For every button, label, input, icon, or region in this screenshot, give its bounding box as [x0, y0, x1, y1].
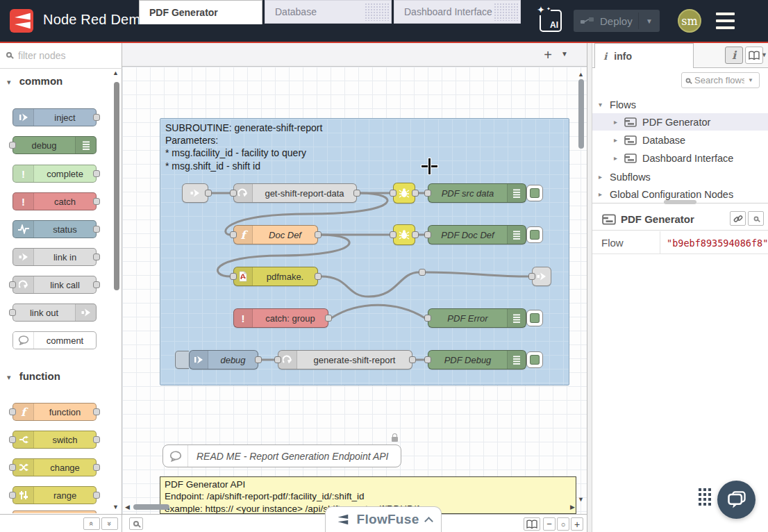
canvas-vscrollbar[interactable] [578, 79, 584, 149]
sidebar-splitter[interactable] [587, 43, 592, 532]
tree-subflows[interactable]: ▸ Subflows [592, 168, 768, 185]
canvas-scroll-right-icon[interactable]: ▶ [570, 504, 575, 510]
link-icon [81, 308, 91, 317]
expand-all-button[interactable]: » [101, 517, 118, 530]
filter-nodes-input[interactable] [18, 48, 115, 63]
search-icon [6, 52, 12, 58]
tab-dashboard-interface[interactable]: Dashboard Interface [394, 0, 521, 24]
tab-pdf-generator[interactable]: PDF Generator [139, 0, 262, 24]
palette-scroll-up-icon[interactable]: ▲ [112, 69, 119, 76]
debug-toggle-button[interactable] [526, 310, 543, 326]
node-pdf-debug[interactable]: PDF Debug [428, 350, 526, 369]
node-debug-trap-1[interactable] [393, 183, 415, 203]
search-flows-button[interactable] [129, 517, 143, 530]
debug-toggle-button[interactable] [526, 226, 543, 243]
chevron-right-icon: ▸ [599, 173, 602, 181]
tree-item-dashboard-interface[interactable]: ▸ Dashboard Interface [592, 149, 768, 167]
palette-node-comment[interactable]: comment [12, 331, 97, 349]
tree-flows[interactable]: ▾ Flows [592, 96, 768, 113]
palette-footer: « » [0, 514, 122, 532]
search-flows-input[interactable] [694, 75, 744, 85]
node-get-shift-report-data[interactable]: get-shift-report-data [233, 183, 357, 203]
palette-node-range[interactable]: range [12, 486, 97, 504]
palette-scrollbar[interactable] [114, 82, 119, 290]
deploy-caret-icon[interactable]: ▼ [646, 17, 653, 25]
node-pdf-src-data[interactable]: PDF src data [428, 183, 526, 203]
palette-node-clipped[interactable] [12, 510, 97, 513]
book-icon [749, 51, 760, 60]
sidebar-menu-caret-icon[interactable]: ▼ [761, 51, 767, 58]
link-icon [19, 252, 28, 262]
deploy-button[interactable]: Deploy ▼ [574, 10, 660, 32]
drag-dots-icon[interactable] [699, 488, 714, 515]
flowfuse-panel-button[interactable]: FlowFuse [325, 506, 442, 532]
flow-canvas[interactable]: SUBROUTINE: generate-shift-report Parame… [122, 67, 587, 514]
palette-node-catch[interactable]: ! catch [12, 192, 97, 210]
palette-node-status[interactable]: status [12, 220, 97, 238]
link-icon [190, 188, 200, 198]
palette-node-inject[interactable]: inject [12, 108, 97, 126]
node-palette: ▾ common inject debug ! complete ! catch… [0, 43, 122, 514]
node-link-out[interactable] [532, 267, 551, 286]
debug-toggle-button[interactable] [526, 185, 543, 201]
palette-node-function[interactable]: f function [12, 403, 97, 421]
chevron-down-icon: ▾ [7, 373, 11, 381]
palette-node-link-in[interactable]: link in [12, 248, 97, 266]
tree-item-database[interactable]: ▸ Database [592, 131, 768, 149]
canvas-hscrollbar[interactable] [133, 504, 169, 510]
bug-icon [399, 188, 410, 199]
debug-toggle-button[interactable] [526, 351, 543, 368]
node-debug-trap-2[interactable] [393, 224, 415, 245]
palette-node-link-out[interactable]: link out [12, 304, 97, 322]
canvas-scroll-left-icon[interactable]: ◀ [125, 504, 130, 510]
ai-assistant-button[interactable]: ✦ ✦ AI [540, 10, 562, 32]
splitter-handle[interactable] [664, 200, 696, 204]
change-icon [19, 463, 28, 472]
tree-item-pdf-generator[interactable]: ▸ PDF Generator [592, 113, 768, 131]
inject-button[interactable] [175, 351, 189, 369]
node-debug-inject[interactable]: debug [189, 350, 258, 369]
chevron-down-icon: ▼ [748, 77, 753, 83]
lock-icon [392, 437, 398, 442]
link-button[interactable] [730, 211, 746, 226]
palette-node-switch[interactable]: switch [12, 431, 97, 449]
sidebar-tab-info[interactable]: i info [594, 43, 694, 68]
chat-widget-button[interactable] [717, 481, 756, 519]
flow-detail-title: PDF Generator [621, 213, 694, 225]
zoom-in-button[interactable]: + [571, 517, 583, 531]
info-tab-button[interactable]: i [725, 47, 743, 64]
wire-junction[interactable] [419, 269, 426, 276]
node-link-in[interactable] [182, 183, 208, 203]
tab-list-caret-icon[interactable]: ▼ [561, 50, 568, 58]
collapse-all-button[interactable]: « [83, 517, 100, 530]
chevron-right-icon: ▸ [614, 118, 617, 126]
canvas-scroll-down-icon[interactable]: ▼ [578, 496, 584, 503]
palette-node-link-call[interactable]: link call [12, 276, 97, 294]
zoom-out-button[interactable]: − [543, 517, 556, 531]
node-catch-group[interactable]: ! catch: group [233, 308, 328, 328]
search-icon [686, 78, 691, 83]
palette-scroll-down-icon[interactable]: ▼ [112, 504, 119, 510]
add-tab-button[interactable]: + [541, 46, 555, 64]
palette-node-debug[interactable]: debug [12, 136, 97, 154]
tab-database[interactable]: Database [265, 0, 392, 24]
palette-node-change[interactable]: change [12, 458, 97, 476]
node-comment-readme[interactable]: READ ME - Report Generation Endpoint API [162, 444, 401, 467]
node-pdf-error[interactable]: PDF Error [428, 308, 526, 328]
deploy-label: Deploy [600, 15, 633, 27]
node-pdf-doc-def[interactable]: PDF Doc Def [428, 225, 526, 244]
guide-book-button[interactable] [524, 517, 540, 531]
main-menu-button[interactable] [716, 13, 735, 29]
palette-node-complete[interactable]: ! complete [12, 165, 97, 183]
search-node-button[interactable] [748, 211, 764, 226]
node-generate-shift-report[interactable]: generate-shift-report [278, 350, 412, 369]
zoom-reset-button[interactable]: ○ [557, 517, 569, 531]
canvas-scroll-up-icon[interactable]: ▲ [578, 71, 584, 78]
palette-category-function[interactable]: ▾ function [7, 370, 60, 382]
flows-search-box[interactable]: ▼ [681, 72, 760, 88]
user-avatar[interactable]: sm [678, 9, 701, 33]
pulse-icon [18, 224, 29, 234]
node-pdfmake[interactable]: pdfmake. [233, 267, 318, 286]
node-doc-def[interactable]: f Doc Def [233, 225, 318, 244]
palette-category-common[interactable]: ▾ common [7, 75, 62, 87]
